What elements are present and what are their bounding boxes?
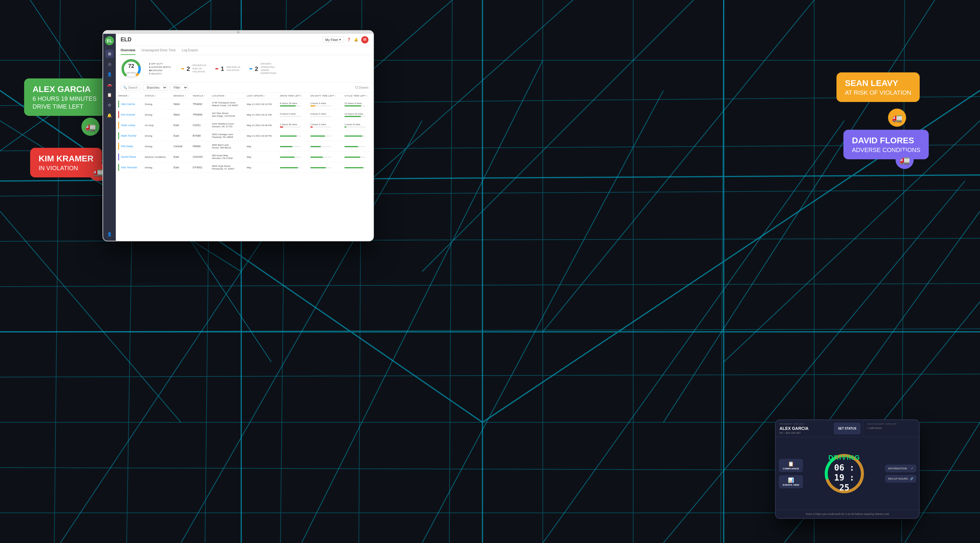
help-icon[interactable]: ❓ (347, 38, 351, 41)
at-risk-num: 2 (187, 65, 190, 72)
filter-select[interactable]: Filter (170, 84, 188, 91)
sidebar-icon-alerts[interactable]: 🔔 (105, 111, 114, 119)
search-icon: 🔍 (123, 86, 127, 89)
laptop-container: EL ⊞ ◎ 👤 🚗 📋 ⚙ 🔔 👤 ELD My Fleet (102, 30, 374, 241)
secondary-label: SECONDARY DRIVER (867, 423, 915, 425)
sidebar-icon-map[interactable]: ◎ (105, 60, 114, 68)
dashboard: EL ⊞ ◎ 👤 🚗 📋 ⚙ 🔔 👤 ELD My Fleet (103, 34, 373, 241)
tab-overview[interactable]: Overview (121, 46, 135, 55)
tablet-driver-name: ALEX GARCIA (780, 426, 828, 431)
sidebar-icon-settings[interactable]: ⚙ (105, 101, 114, 109)
cell-vehicle: BT588 (190, 131, 209, 141)
add-driver-label[interactable]: + Add Driver (867, 427, 915, 430)
cell-branch: East (171, 131, 190, 141)
stat-sleeper: 3 SLEEPER BERTH (149, 66, 171, 68)
tabs-bar: Overview Unassigned Drive Time Log Expor… (116, 46, 373, 55)
table-row[interactable]: Alex Hooman Driving East DT4552 4809 Vir… (116, 162, 373, 173)
search-box[interactable]: 🔍 Search (121, 85, 140, 91)
main-content: ELD My Fleet ▾ ❓ 🔔 IR Overview Unassign (116, 34, 373, 241)
th-status: STATUS ↕ (142, 93, 171, 99)
map-icon-david[interactable]: 🚛 (896, 151, 914, 169)
information-button[interactable]: INFORMATION ✓ (885, 465, 916, 472)
th-branch: BRANCH ↕ (171, 93, 190, 99)
stat-driving: 60 DRIVING (149, 69, 171, 72)
cell-driver: Kim Kramer (116, 110, 142, 120)
sidebar-icon-home[interactable]: ⊞ (105, 49, 114, 58)
driver-link[interactable]: Kim Kramer (121, 113, 135, 116)
table-row[interactable]: Alex Garcia Driving West TR4692 1745 Tho… (116, 99, 373, 110)
recap-hours-button[interactable]: RECAP HOURS 🔗 (885, 475, 916, 482)
driver-link[interactable]: Alex Hooman (121, 166, 137, 169)
primary-label: PRIMARY DRIVER (780, 423, 828, 425)
sidebar-icon-drivers[interactable]: 👤 (105, 70, 114, 78)
cell-status: Adverse Conditions (142, 152, 171, 162)
tablet-driver-id: NY - 654 245 987 (780, 432, 828, 435)
callout-kim-detail: IN VIOLATION (38, 164, 94, 172)
cell-driver: Sean Leavy (116, 120, 142, 131)
map-icon-alex[interactable]: 🚛 (81, 118, 100, 136)
exemptions-label: DRIVERS OPERATING UNDER EXEMPTIONS (261, 62, 278, 75)
sidebar-icon-profile[interactable]: 👤 (105, 230, 114, 238)
cell-last-update: May 21 2021 03:46 PM (244, 120, 277, 131)
drivers-count: 72 Drivers (355, 86, 369, 89)
cell-vehicle: CN2333 (190, 152, 209, 162)
cell-status: Driving (142, 162, 171, 173)
table-row[interactable]: David Flores Adverse Conditions East CN2… (116, 152, 373, 162)
cell-location: 385 Kesla Way Herndon, PA 17830 (209, 152, 244, 162)
table-row[interactable]: Sean Leavy On Duty East C0251 1404 Strat… (116, 120, 373, 131)
bell-icon[interactable]: 🔔 (354, 38, 358, 41)
tablet-footer: From 4:15pm you could work for 1:41:00 b… (776, 510, 919, 518)
stat-card-risk: 2 DRIVERS AT RISK OF VIOLATION (181, 62, 210, 75)
cell-branch: East (171, 120, 190, 131)
stats-section: 72 DRIVERS 2 OFF DUTY 3 SLEEPER BERTH 60… (116, 55, 373, 83)
cell-last-update: May 21 2021 03:13 PM (244, 99, 277, 110)
sidebar-logo: EL (105, 36, 114, 45)
cell-branch: West (171, 99, 190, 110)
driver-link[interactable]: David Flores (121, 155, 136, 158)
cell-cycle-time: 1 hours 6 mins (342, 120, 373, 131)
cell-on-duty-time: 2 hours 5 mins (308, 99, 342, 110)
driver-link[interactable]: Mark Fischer (121, 134, 137, 137)
cell-vehicle: FB995 (190, 141, 209, 152)
th-cycle: CYCLE TIME LEFT ↕ (342, 93, 373, 99)
driver-link[interactable]: Phil Daley (121, 145, 133, 148)
cell-drive-time: 1 hours 30 mins (277, 120, 308, 131)
compliance-button[interactable]: 📋 COMPLIANCE (779, 459, 803, 472)
cell-status: On Duty (142, 120, 171, 131)
donut-label: 72 DRIVERS (126, 63, 136, 75)
events-button[interactable]: 📊 EVENTS VIEW (779, 475, 803, 489)
driving-timer: 06 : 19 : 25 (828, 462, 860, 492)
tab-unassigned[interactable]: Unassigned Drive Time (142, 46, 176, 55)
cell-drive-time: 6 hours 19 mins (277, 99, 308, 110)
sidebar-icon-vehicles[interactable]: 🚗 (105, 80, 114, 89)
callout-sean-detail: AT RISK OF VIOLATION (845, 89, 911, 97)
cell-cycle-time: 12 hours 9 mins (342, 99, 373, 110)
stat-on-duty: 7 ON DUTY (149, 72, 171, 75)
table-header: DRIVER ↕ STATUS ↕ BRANCH ↕ VEHICLE ↕ LOC… (116, 93, 373, 99)
sidebar-icon-reports[interactable]: 📋 (105, 91, 114, 99)
fleet-selector[interactable]: My Fleet ▾ (323, 37, 344, 43)
set-status-button[interactable]: SET STATUS (834, 423, 861, 435)
table-row[interactable]: Mark Fischer Driving East BT588 3353 Car… (116, 131, 373, 141)
callout-sean-name: SEAN LEAVY (845, 78, 911, 89)
driver-link[interactable]: Alex Garcia (121, 103, 135, 105)
dot-blue (249, 68, 252, 69)
user-avatar[interactable]: IR (361, 36, 369, 43)
total-drivers-label: DRIVERS (126, 72, 136, 74)
gauge-container: DRIVING 06 : 19 : 25 (823, 452, 865, 495)
tablet-left-panel: 📋 COMPLIANCE 📊 EVENTS VIEW (776, 437, 806, 510)
table-row[interactable]: Kim Kramer Driving West TR5899 242 Pike … (116, 110, 373, 120)
stat-off-duty: 2 OFF DUTY (149, 62, 171, 65)
table-row[interactable]: Phil Daley Driving Central FB995 3084 By… (116, 141, 373, 152)
tab-log-export[interactable]: Log Export (182, 46, 198, 55)
cell-on-duty-time (308, 131, 342, 141)
callout-david: DAVID FLORES ADVERSE CONDITIONS (843, 130, 929, 159)
th-location: LOCATION ↕ (209, 93, 244, 99)
compliance-label: COMPLIANCE (781, 467, 801, 470)
tablet-screen: PRIMARY DRIVER ALEX GARCIA NY - 654 245 … (775, 419, 920, 519)
cell-vehicle: TR5899 (190, 110, 209, 120)
map-icon-sean[interactable]: 🚛 (888, 108, 906, 127)
driver-link[interactable]: Sean Leavy (121, 124, 135, 127)
cell-driver: Mark Fischer (116, 131, 142, 141)
branch-select[interactable]: Branches West East Central (143, 84, 167, 91)
